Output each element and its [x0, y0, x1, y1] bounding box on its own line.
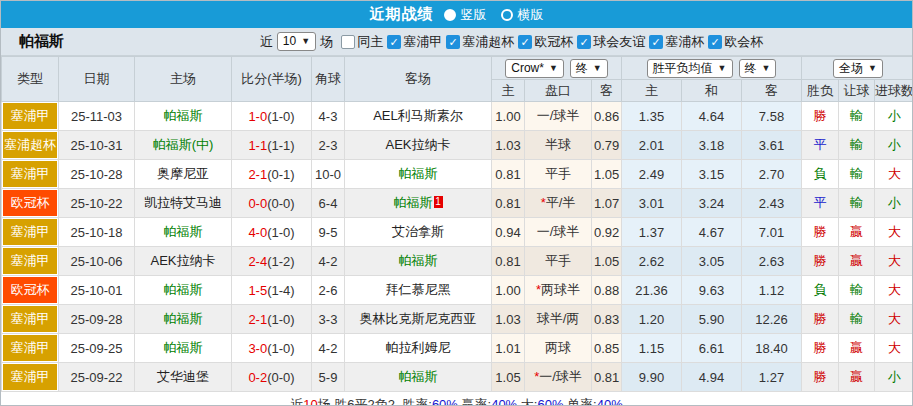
home-team[interactable]: 帕福斯: [135, 218, 232, 247]
euro-draw-odds: 9.63: [682, 276, 742, 305]
checked-checkbox-icon: ✓: [708, 35, 722, 49]
checkbox-label: 塞浦超杯: [462, 33, 514, 51]
home-team[interactable]: 帕福斯: [135, 305, 232, 334]
radio-label: 横版: [518, 6, 544, 24]
away-team[interactable]: 帕拉利姆尼: [386, 340, 451, 355]
euro-provider-value: 胜平负均值: [653, 61, 713, 76]
euro-away-odds: 18.40: [742, 334, 802, 363]
handicap-result: 贏: [839, 218, 875, 247]
wdl-result: 負: [802, 276, 839, 305]
away-team[interactable]: 帕福斯: [399, 166, 438, 181]
footer-segment: 10: [303, 397, 317, 406]
checkbox-label: 塞浦杯: [665, 33, 704, 51]
table-row: 塞浦甲 25-10-18 帕福斯 4-0(1-0) 9-5 艾治拿斯 0.94 …: [2, 218, 913, 247]
wdl-result: 勝: [802, 247, 839, 276]
scope-select[interactable]: 全场 ▼: [833, 59, 883, 78]
unchecked-checkbox-icon: [341, 35, 355, 49]
home-team[interactable]: 帕福斯: [135, 334, 232, 363]
home-team[interactable]: 凯拉特艾马迪: [135, 189, 232, 218]
halftime-score: (1-0): [267, 341, 294, 356]
filter-checkbox-3[interactable]: ✓欧冠杯: [518, 33, 573, 51]
asian-away-odds: 0.85: [592, 334, 622, 363]
radio-icon: [444, 9, 456, 21]
filter-checkbox-6[interactable]: ✓欧会杯: [708, 33, 763, 51]
away-team-cell: 帕拉利姆尼: [345, 334, 492, 363]
score-cell: 4-0(1-0): [232, 218, 312, 247]
euro-home-odds: 1.35: [622, 102, 682, 131]
col-header-euro-draw: 和: [682, 80, 742, 102]
match-date: 25-10-31: [59, 131, 135, 160]
filter-checkbox-4[interactable]: ✓球会友谊: [577, 33, 645, 51]
checkbox-label: 欧会杯: [724, 33, 763, 51]
summary-footer: 近10场,胜6平2负2, 胜率:60% 赢率:40% 大:60% 单率:40%: [1, 392, 912, 406]
asian-home-odds: 0.94: [492, 218, 525, 247]
table-row: 欧冠杯 25-10-01 帕福斯 1-5(1-4) 2-6 拜仁慕尼黑 1.00…: [2, 276, 913, 305]
euro-time-select[interactable]: 终 ▼: [739, 59, 777, 78]
checked-checkbox-icon: ✓: [387, 35, 401, 49]
away-team[interactable]: 拜仁慕尼黑: [386, 282, 451, 297]
asian-handicap: *平/半: [525, 189, 592, 218]
asian-time-select[interactable]: 终 ▼: [570, 59, 608, 78]
away-team[interactable]: 奥林比克斯尼克西亚: [360, 311, 477, 326]
footer-segment: 赢率:: [458, 397, 491, 406]
goals-result: 大: [875, 160, 913, 189]
filter-checkbox-1[interactable]: ✓塞浦甲: [387, 33, 442, 51]
radio-label: 竖版: [461, 6, 487, 24]
match-count-select[interactable]: 10 ▼: [277, 32, 316, 51]
filter-checkbox-2[interactable]: ✓塞浦超杯: [446, 33, 514, 51]
goals-result: 大: [875, 218, 913, 247]
league-badge: 塞浦甲: [2, 218, 59, 247]
euro-away-odds: 1.12: [742, 276, 802, 305]
euro-provider-select[interactable]: 胜平负均值 ▼: [647, 59, 733, 78]
away-team-cell: AEL利马斯素尔: [345, 102, 492, 131]
goals-result: 小: [875, 363, 913, 392]
home-team[interactable]: 帕福斯: [135, 102, 232, 131]
chevron-down-icon: ▼: [549, 61, 558, 76]
match-date: 25-10-18: [59, 218, 135, 247]
away-team[interactable]: 艾治拿斯: [392, 224, 444, 239]
chevron-down-icon: ▼: [718, 61, 727, 76]
away-team[interactable]: AEL利马斯素尔: [373, 108, 463, 123]
away-team-cell: 艾治拿斯: [345, 218, 492, 247]
league-badge: 塞浦甲: [2, 305, 59, 334]
filter-checkbox-5[interactable]: ✓塞浦杯: [649, 33, 704, 51]
table-row: 欧冠杯 25-10-22 凯拉特艾马迪 0-0(0-0) 6-4 帕福斯1 0.…: [2, 189, 913, 218]
footer-segment: 大:: [517, 397, 537, 406]
home-team[interactable]: 奥摩尼亚: [135, 160, 232, 189]
score-cell: 0-0(0-0): [232, 189, 312, 218]
home-team[interactable]: 艾华迪堡: [135, 363, 232, 392]
match-date: 25-09-28: [59, 305, 135, 334]
table-row: 塞浦甲 25-11-03 帕福斯 1-0(1-0) 4-3 AEL利马斯素尔 1…: [2, 102, 913, 131]
checkbox-label: 球会友谊: [593, 33, 645, 51]
asian-away-odds: 0.92: [592, 218, 622, 247]
wdl-result: 勝: [802, 102, 839, 131]
corners: 9-5: [312, 218, 345, 247]
corners: 4-2: [312, 247, 345, 276]
asian-away-odds: 0.88: [592, 276, 622, 305]
filter-checkbox-0[interactable]: 同主: [341, 33, 383, 51]
asian-home-odds: 1.03: [492, 131, 525, 160]
away-team[interactable]: AEK拉纳卡: [385, 137, 450, 152]
asian-provider-select[interactable]: Crow* ▼: [505, 59, 564, 78]
goals-result: 大: [875, 247, 913, 276]
home-team[interactable]: 帕福斯: [135, 276, 232, 305]
footer-segment: 60%: [432, 397, 458, 406]
view-radio-vertical[interactable]: 竖版: [444, 6, 487, 24]
away-team[interactable]: 帕福斯: [399, 253, 438, 268]
wdl-result: 勝: [802, 363, 839, 392]
fulltime-score: 2-4: [248, 254, 267, 269]
home-team[interactable]: 帕福斯(中): [135, 131, 232, 160]
checkbox-label: 塞浦甲: [403, 33, 442, 51]
chevron-down-icon: ▼: [301, 34, 310, 49]
home-team[interactable]: AEK拉纳卡: [135, 247, 232, 276]
view-mode-radio-group: 竖版横版: [444, 6, 544, 24]
away-team[interactable]: 帕福斯: [399, 369, 438, 384]
asian-home-odds: 1.00: [492, 102, 525, 131]
league-badge: 塞浦甲: [2, 102, 59, 131]
euro-draw-odds: 3.15: [682, 160, 742, 189]
euro-away-odds: 12.26: [742, 305, 802, 334]
view-radio-horizontal[interactable]: 横版: [501, 6, 544, 24]
euro-home-odds: 1.37: [622, 218, 682, 247]
away-team[interactable]: 帕福斯: [394, 195, 433, 210]
radio-icon: [501, 9, 513, 21]
